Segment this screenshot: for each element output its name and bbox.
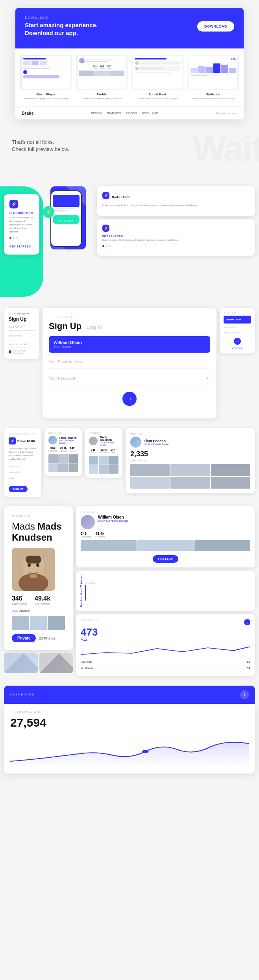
screen-music-desc: Beautiful music player with amazing desi… [20, 97, 72, 100]
download-button[interactable]: DOWNLOAD [197, 21, 234, 32]
follow-button[interactable]: FOLLOW [153, 555, 179, 563]
mads-large-label: PROFILE [12, 514, 65, 518]
flash-icon-right: ⚡ [102, 225, 109, 232]
mads-name-small: Mads Knudsen [100, 436, 118, 441]
nav-design[interactable]: DESIGN [91, 112, 102, 115]
mads-stats-small: 346 Following 49.4k Followers 147 Likes [89, 448, 118, 454]
william-following: 346 Following [81, 532, 91, 538]
name-placeholder: Your Name [54, 345, 205, 349]
social-mock [131, 55, 183, 90]
william-followers: 45.4k Followers [95, 532, 105, 538]
submit-label-right: CONTINUE [224, 347, 251, 350]
dashboard-chart [10, 736, 249, 767]
member-content: 29 August [85, 582, 251, 601]
wait-small-text: That's not all folks. Check full preview… [12, 139, 69, 152]
mads-photo-4 [89, 465, 98, 474]
mads-large-name: Mads Mads Knudsen [12, 521, 65, 543]
stats-mini-chart [81, 645, 250, 656]
password-field[interactable]: Your Password 👁 [49, 372, 210, 385]
liam-large-role: UI/UX at Freepik Design [144, 443, 169, 445]
mads-photo-1 [89, 456, 98, 465]
screen-music-label: Music Player [20, 93, 72, 96]
w-photo-3 [194, 540, 250, 551]
thumb-svg-1 [4, 653, 38, 673]
dot-r1 [102, 245, 104, 247]
sign-up-btn-create[interactable]: SIGN UP [9, 486, 28, 492]
email-field[interactable]: Your Email Address [49, 356, 210, 368]
back-arrow[interactable]: ← [49, 314, 54, 320]
liam-info-small: Liam Hansen UI/UX at Freepik Design [59, 437, 78, 444]
svg-point-3 [28, 563, 31, 567]
liam-followers: 49.4k Followers [59, 447, 67, 452]
private-section: Private 23 Photos [12, 634, 65, 642]
mads-photos-count: 356 Photos [12, 609, 65, 613]
get-started-button[interactable]: Get Started [9, 245, 31, 248]
liam-stats-small: 346 Following 49.4k Followers 147 Likes [48, 447, 78, 452]
liam-large-header: Liam Hansen UI/UX at Freepik Design [130, 437, 250, 448]
svg-point-4 [36, 563, 39, 567]
liam-large-card: PROFILE Liam Hansen UI/UX at Freepik Des… [126, 428, 255, 493]
william-stats-col: IDENTITY William Olsen UI/UX at Freepik … [76, 506, 255, 676]
mads-info-small: Mads Knudsen UI/UX at Freepik Design [100, 436, 118, 446]
mads-profile-small: PROFILE Mads Knudsen UI/UX at Freepik De… [85, 428, 122, 478]
submit-button[interactable]: → [122, 392, 137, 406]
mads-followers-large: 49.4k Followers [35, 595, 50, 606]
small-password-field[interactable]: Your password [9, 341, 35, 348]
create-account-section: CREATE ACCOUNT ⚡ Brake UI Kit Brake is a… [0, 425, 259, 500]
sign-up-title: Sign Up [49, 321, 81, 331]
create-account-tag: CREATE ACCOUNT [9, 433, 37, 435]
nav-download[interactable]: DOWNLOAD [142, 112, 158, 115]
mads-large-profile: PROFILE Mads Mads Knudsen [4, 506, 73, 650]
screen-stats-label: Statistics [187, 93, 239, 96]
back-arrow-dash[interactable]: ← [10, 710, 13, 713]
showcase-header: DOWNLOAD Start amazing experience.Downlo… [15, 8, 244, 48]
nav-follow: Follow us on —— [216, 112, 237, 115]
member-date: 29 August [85, 582, 251, 584]
brake-kit-name: Brake UI Kit [17, 439, 35, 443]
nav-pricing[interactable]: PRICING [126, 112, 137, 115]
wait-line2: Check full preview below. [12, 146, 69, 152]
arrow-right: → [224, 338, 251, 345]
signup-card: ← SIGN UP Sign Up Log In William Olsen Y… [43, 308, 216, 418]
name-field[interactable]: William Olsen Your Name [49, 336, 210, 353]
mads-avatar-small [89, 437, 98, 445]
dot-r2 [105, 245, 107, 247]
profile-mock: 346 Follow 49.4k Followers 147 Likes [76, 55, 128, 90]
screen-social: Social Feed Social feed with beautiful c… [131, 55, 183, 100]
mads-photo-grid-small [89, 456, 118, 474]
small-email-field[interactable]: Your email [9, 332, 35, 339]
dashboard-line-svg [10, 736, 249, 767]
dashboard-date-row: ← February 21, 2018 [10, 710, 249, 714]
william-avatar [81, 515, 95, 529]
photo-2 [58, 454, 68, 463]
app-showcase: DOWNLOAD Start amazing experience.Downlo… [15, 8, 244, 119]
mads-photo [12, 548, 55, 591]
ca-name: Your name [9, 463, 37, 469]
w-photo-1 [81, 540, 137, 551]
dashboard-plus-btn[interactable]: + [240, 690, 249, 699]
liam-likes: 147 Likes [70, 447, 75, 452]
login-tab[interactable]: Log In [86, 324, 103, 330]
liam-large-tag: PROFILE [130, 433, 250, 435]
small-name-field[interactable]: Your name [9, 324, 35, 331]
stats-plus-btn[interactable]: ⋮ [244, 619, 250, 625]
svg-point-6 [30, 574, 37, 578]
triangle-thumbnails [4, 653, 73, 673]
mads-tag: PROFILE [89, 432, 118, 434]
screen-stats-desc: Statistics dashboard with charts and dat… [187, 97, 239, 100]
mads-large-wrapper: PROFILE Mads Mads Knudsen [4, 506, 73, 676]
w-photo-2 [137, 540, 193, 551]
liam-avatar-small [48, 436, 57, 444]
william-profile-card: IDENTITY William Olsen UI/UX at Freepik … [76, 506, 255, 567]
nav-features[interactable]: FEATURES [106, 112, 121, 115]
thumb-1 [4, 653, 38, 673]
password-placeholder: Your Password [49, 376, 75, 381]
ml-photo-3 [48, 616, 65, 630]
signup-small-left: SIGN UP NOW Sign Up Your name Your email… [4, 308, 39, 359]
email-placeholder: Your Email Address [49, 360, 83, 364]
ll-photo-4 [130, 477, 170, 489]
mads-following: 346 Following [89, 448, 97, 454]
create-account-card: CREATE ACCOUNT ⚡ Brake UI Kit Brake is a… [4, 428, 41, 497]
mads-likes: 147 Likes [111, 448, 115, 454]
mads-large-stats: 346 Following 49.4k Followers [12, 595, 65, 606]
